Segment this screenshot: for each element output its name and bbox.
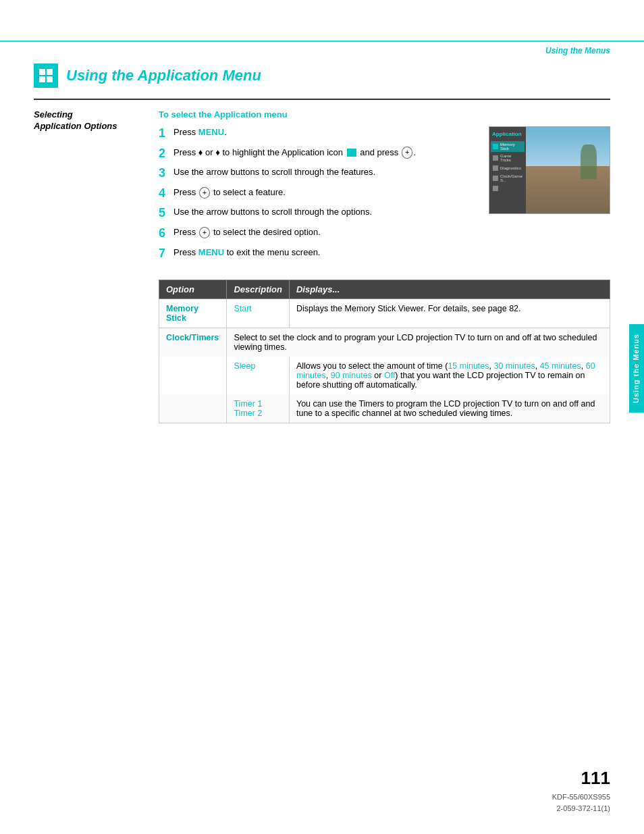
screenshot-image: Application Memory Stick Game Tricks — [489, 126, 610, 214]
description-cell: Sleep — [227, 357, 290, 394]
chapter-title: Using the Menus — [545, 46, 610, 55]
step-4: 4 Press + to select a feature. — [159, 186, 481, 201]
page-number: 111 — [552, 768, 610, 789]
main-layout: Selecting Application Options To select … — [34, 109, 610, 423]
step-5: 5 Use the arrow buttons to scroll throug… — [159, 206, 481, 221]
svg-rect-0 — [39, 69, 45, 75]
svg-rect-1 — [47, 69, 53, 75]
option-cell: Clock/Timers — [159, 328, 227, 357]
model-number: KDF-55/60XS955 2-059-372-11(1) — [552, 791, 610, 814]
option-cell — [159, 357, 227, 394]
displays-cell: Displays the Memory Stick Viewer. For de… — [289, 299, 610, 328]
svg-rect-3 — [47, 76, 53, 82]
table-row: Memory Stick Start Displays the Memory S… — [159, 299, 610, 328]
section-divider — [34, 99, 610, 100]
description-cell: Start — [227, 299, 290, 328]
right-column: To select the Application menu 1 Press M… — [159, 109, 610, 423]
steps-area: 1 Press MENU. 2 Press ♦ or ♦ to highligh… — [159, 126, 610, 266]
table-body: Memory Stick Start Displays the Memory S… — [159, 299, 610, 423]
table-row: Clock/Timers Select to set the clock and… — [159, 328, 610, 357]
step-6: 6 Press + to select the desired option. — [159, 226, 481, 241]
page-content: Using the Application Menu Selecting App… — [0, 63, 644, 423]
subsection-title: To select the Application menu — [159, 109, 610, 120]
chapter-header: Using the Menus — [0, 42, 644, 55]
page-footer: 111 KDF-55/60XS955 2-059-372-11(1) — [552, 768, 610, 814]
step-3: 3 Use the arrow buttons to scroll throug… — [159, 166, 481, 181]
description-cell: Timer 1 Timer 2 — [227, 394, 290, 423]
side-tab: Using the Menus — [629, 324, 644, 413]
displays-cell: You can use the Timers to program the LC… — [289, 394, 610, 423]
col-description: Description — [227, 280, 290, 299]
steps-list: 1 Press MENU. 2 Press ♦ or ♦ to highligh… — [159, 126, 481, 266]
options-table: Option Description Displays... Memory St… — [159, 280, 610, 423]
app-menu-icon — [38, 68, 54, 84]
left-column: Selecting Application Options — [34, 109, 159, 423]
displays-cell: Allows you to select the amount of time … — [289, 357, 610, 394]
step-7: 7 Press MENU to exit the menu screen. — [159, 246, 481, 261]
section-heading: Selecting Application Options — [34, 109, 145, 132]
step-1: 1 Press MENU. — [159, 126, 481, 141]
table-row: Sleep Allows you to select the amount of… — [159, 357, 610, 394]
page-title: Using the Application Menu — [66, 67, 261, 84]
col-option: Option — [159, 280, 227, 299]
option-cell: Memory Stick — [159, 299, 227, 328]
screenshot-photo — [526, 127, 610, 213]
table-header: Option Description Displays... — [159, 280, 610, 299]
svg-rect-2 — [39, 76, 45, 82]
title-icon-box — [34, 63, 58, 88]
title-row: Using the Application Menu — [34, 63, 610, 88]
table-row: Timer 1 Timer 2 You can use the Timers t… — [159, 394, 610, 423]
step-2: 2 Press ♦ or ♦ to highlight the Applicat… — [159, 147, 481, 161]
col-displays: Displays... — [289, 280, 610, 299]
description-cell: Select to set the clock and to program y… — [227, 328, 610, 357]
option-cell — [159, 394, 227, 423]
table-section: Option Description Displays... Memory St… — [159, 280, 610, 423]
screenshot-menu-panel: Application Memory Stick Game Tricks — [489, 127, 526, 213]
